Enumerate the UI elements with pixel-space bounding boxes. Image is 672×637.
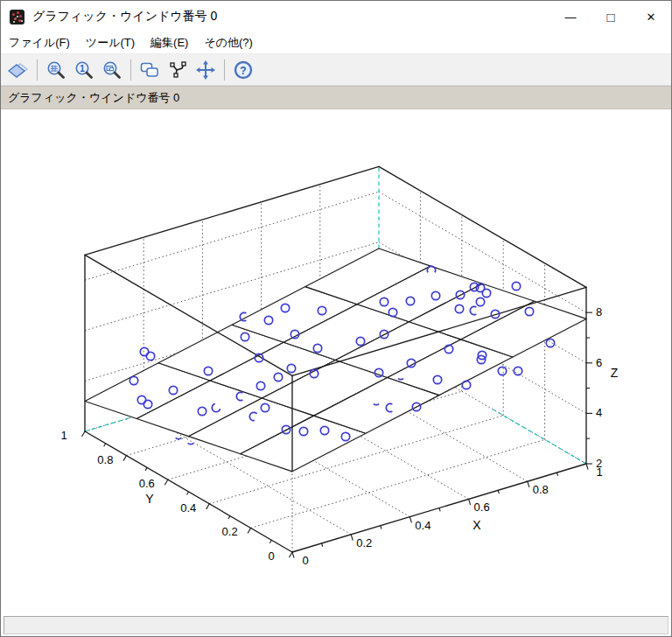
window-title: グラフィック・ウインドウ番号 0 (32, 9, 217, 24)
data-point (514, 367, 522, 374)
menu-bar: ファイル(F) ツール(T) 編集(E) その他(?) (1, 32, 671, 54)
help-button[interactable]: ? (230, 57, 256, 82)
svg-text:0.4: 0.4 (180, 501, 196, 514)
zoom-out-icon (102, 60, 122, 80)
scilab-graphics-window: グラフィック・ウインドウ番号 0 — □ ✕ ファイル(F) ツール(T) 編集… (0, 0, 672, 637)
data-point (462, 381, 470, 388)
datatips-icon (139, 60, 160, 80)
minimize-button[interactable]: — (550, 1, 591, 32)
edit-graph-icon (167, 60, 188, 80)
title-bar: グラフィック・ウインドウ番号 0 — □ ✕ (1, 1, 671, 32)
rotate-axes-button[interactable] (5, 57, 32, 82)
menu-tools[interactable]: ツール(T) (78, 32, 143, 53)
data-point (498, 367, 506, 374)
status-bar (1, 614, 671, 637)
edit-graph-button[interactable] (164, 57, 191, 82)
data-point (512, 282, 520, 290)
svg-text:0.6: 0.6 (139, 477, 155, 490)
svg-text:6: 6 (596, 356, 602, 369)
svg-text:0: 0 (302, 554, 308, 567)
data-point (146, 352, 154, 360)
close-button[interactable]: ✕ (631, 1, 671, 32)
menu-edit[interactable]: 編集(E) (143, 32, 196, 53)
pan-button[interactable] (192, 57, 219, 82)
svg-text:Z: Z (611, 366, 619, 380)
svg-text:0.4: 0.4 (415, 519, 430, 532)
toolbar-separator (37, 60, 38, 80)
svg-text:8: 8 (596, 305, 602, 318)
svg-text:0.2: 0.2 (356, 536, 372, 550)
data-point-partially-hidden (176, 438, 182, 438)
figure-title-bar: グラフィック・ウインドウ番号 0 (1, 86, 671, 109)
status-message (4, 616, 668, 634)
toolbar-separator (130, 60, 131, 80)
figure-title: グラフィック・ウインドウ番号 0 (8, 90, 179, 106)
zoom-area-button[interactable] (43, 57, 69, 82)
pan-icon (195, 60, 216, 80)
plot-canvas[interactable]: 00.20.40.60.8100.20.40.60.812468XYZ (1, 109, 671, 614)
svg-text:1: 1 (80, 63, 85, 73)
svg-text:0.8: 0.8 (533, 483, 549, 496)
zoom-area-icon (46, 60, 66, 80)
svg-text:?: ? (240, 64, 246, 76)
reset-zoom-button[interactable]: 1 (71, 57, 97, 82)
zoom-out-button[interactable] (99, 57, 125, 82)
svg-text:2: 2 (596, 457, 602, 470)
maximize-button[interactable]: □ (591, 1, 631, 32)
datatips-button[interactable] (136, 57, 163, 82)
mesh-surface (85, 248, 586, 472)
data-point-partially-hidden (188, 443, 194, 444)
reset-zoom-icon: 1 (74, 60, 94, 80)
rotate-axes-icon (8, 60, 29, 80)
svg-text:X: X (472, 518, 481, 532)
svg-text:Y: Y (145, 492, 154, 506)
plot3d-axes[interactable]: 00.20.40.60.8100.20.40.60.812468XYZ (1, 109, 671, 614)
svg-text:1: 1 (60, 429, 66, 442)
svg-text:4: 4 (596, 406, 602, 419)
svg-text:0: 0 (268, 550, 274, 563)
menu-help-others[interactable]: その他(?) (196, 32, 261, 53)
svg-text:0.8: 0.8 (97, 453, 113, 466)
svg-text:0.6: 0.6 (474, 500, 490, 514)
app-icon (10, 10, 24, 24)
toolbar-separator (224, 60, 225, 80)
data-point (546, 339, 554, 346)
help-icon: ? (233, 60, 254, 80)
menu-file[interactable]: ファイル(F) (1, 32, 78, 53)
svg-text:0.2: 0.2 (222, 525, 238, 538)
toolbar: 1 (1, 54, 671, 86)
